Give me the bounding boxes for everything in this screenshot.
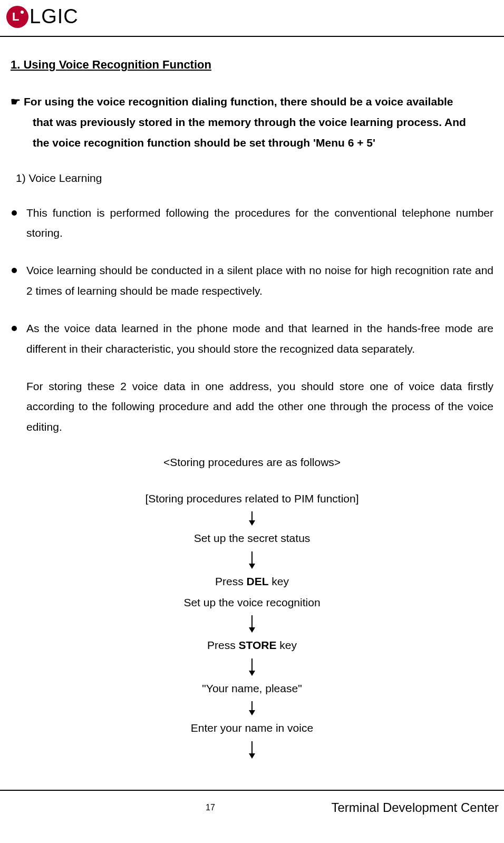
arrow-down-icon xyxy=(251,551,253,568)
arrow-down-icon xyxy=(251,658,253,675)
step-key-bold: DEL xyxy=(247,575,269,587)
page-number: 17 xyxy=(206,803,215,812)
bullet-text: As the voice data learned in the phone m… xyxy=(26,318,493,360)
step-suffix: key xyxy=(269,575,289,587)
note-line2: that was previously stored in the memory… xyxy=(11,112,466,133)
bullet-text: This function is performed following the… xyxy=(26,203,493,244)
procedures-block: <Storing procedures are as follows> [Sto… xyxy=(11,453,493,758)
bullet-text: Voice learning should be conducted in a … xyxy=(26,260,493,302)
step-prefix: Press xyxy=(207,639,239,651)
lg-logo-icon: L xyxy=(6,6,28,28)
step-item: "Your name, please" xyxy=(11,680,493,697)
subsection-heading: 1) Voice Learning xyxy=(16,172,493,185)
arrow-down-icon xyxy=(251,615,253,632)
step-item: Press STORE key xyxy=(11,636,493,654)
pointer-icon: ☛ xyxy=(11,92,21,112)
step-item: Press DEL key xyxy=(11,573,493,590)
arrow-down-icon xyxy=(251,741,253,758)
continuation-paragraph: For storing these 2 voice data in one ad… xyxy=(26,376,493,438)
bullet-item: This function is performed following the… xyxy=(11,203,493,244)
arrow-down-icon xyxy=(251,701,253,715)
bullet-icon xyxy=(12,326,17,331)
arrow-down-icon xyxy=(251,511,253,525)
note-line3: the voice recognition function should be… xyxy=(11,133,375,153)
bullet-item: Voice learning should be conducted in a … xyxy=(11,260,493,302)
footer: 17 Terminal Development Center xyxy=(0,790,504,826)
logo-text: LGIC xyxy=(30,5,79,28)
procedures-title: <Storing procedures are as follows> xyxy=(11,453,493,471)
step-suffix: key xyxy=(276,639,297,651)
bullet-icon xyxy=(12,268,17,273)
logo-letter: L xyxy=(12,10,19,24)
content: 1. Using Voice Recognition Function ☛For… xyxy=(0,58,504,758)
header: L LGIC xyxy=(0,0,504,37)
note-line1: For using the voice recognition dialing … xyxy=(24,95,453,108)
step-item: Enter your name in voice xyxy=(11,719,493,737)
step-item: [Storing procedures related to PIM funct… xyxy=(11,490,493,508)
bullet-icon xyxy=(12,210,17,216)
note-block: ☛For using the voice recognition dialing… xyxy=(11,92,493,153)
step-item: Set up the voice recognition xyxy=(11,594,493,612)
step-key-bold: STORE xyxy=(239,639,277,651)
section-heading: 1. Using Voice Recognition Function xyxy=(11,58,493,72)
footer-center-name: Terminal Development Center xyxy=(332,800,499,815)
step-item: Set up the secret status xyxy=(11,529,493,547)
logo-dot xyxy=(21,11,24,14)
bullet-item: As the voice data learned in the phone m… xyxy=(11,318,493,360)
step-prefix: Press xyxy=(215,575,247,587)
